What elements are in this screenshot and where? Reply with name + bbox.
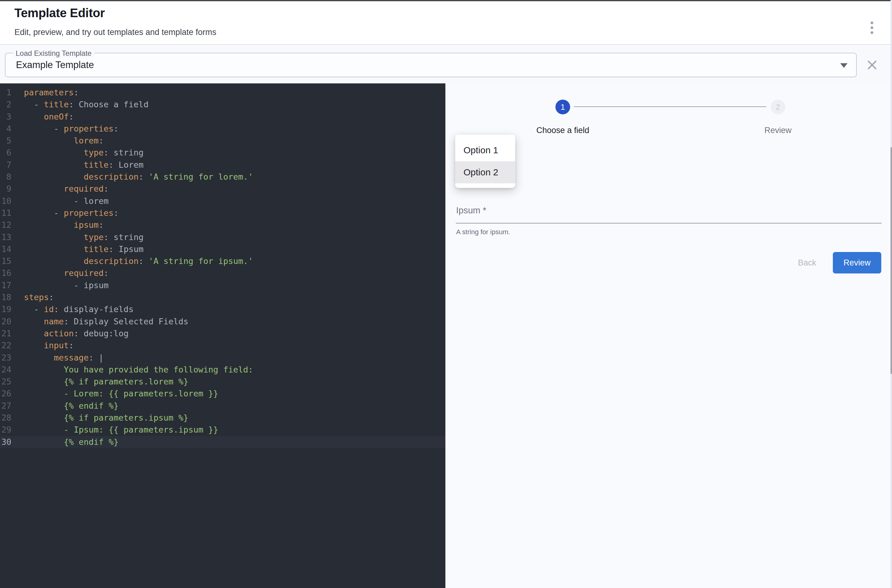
code-text: oneOf: [11, 111, 74, 123]
code-line[interactable]: 5 lorem: [0, 135, 445, 147]
code-text: - Lorem: {{ parameters.lorem }} [11, 387, 218, 399]
code-text: input: [11, 339, 74, 351]
stepper-step-2[interactable]: 2 [771, 100, 786, 114]
line-number: 24 [0, 364, 11, 375]
code-text: {% endif %} [11, 436, 118, 448]
close-icon [865, 58, 879, 72]
code-line[interactable]: 13 type: string [0, 231, 445, 243]
line-number: 1 [0, 87, 11, 98]
line-number: 11 [0, 207, 11, 219]
code-text: lorem: [11, 135, 103, 147]
line-number: 8 [0, 171, 11, 183]
code-text: - title: Choose a field [11, 98, 148, 110]
stepper-connector [574, 106, 766, 107]
clear-template-button[interactable] [865, 58, 879, 72]
code-line[interactable]: 23 message: | [0, 352, 445, 364]
code-text: - ipsum [11, 279, 108, 291]
code-line[interactable]: 8 description: 'A string for lorem.' [0, 171, 445, 183]
page-scrollbar-thumb[interactable] [891, 147, 892, 374]
line-number: 28 [0, 412, 11, 424]
code-line[interactable]: 2 - title: Choose a field [0, 98, 445, 110]
line-number: 25 [0, 375, 11, 387]
select-floating-label: Load Existing Template [13, 49, 94, 58]
code-line[interactable]: 6 type: string [0, 147, 445, 159]
code-line[interactable]: 21 action: debug:log [0, 327, 445, 339]
menu-item-option-2[interactable]: Option 2 [455, 161, 515, 183]
page-subtitle: Edit, preview, and try out templates and… [14, 28, 216, 37]
code-line[interactable]: 15 description: 'A string for ipsum.' [0, 255, 445, 267]
code-text: steps: [11, 291, 54, 303]
stepper-step-1[interactable]: 1 [555, 100, 570, 114]
code-line[interactable]: 7 title: Lorem [0, 159, 445, 171]
code-text: You have provided the following field: [11, 364, 253, 375]
code-line[interactable]: 14 title: Ipsum [0, 243, 445, 255]
code-text: {% endif %} [11, 400, 118, 412]
code-text: required: [11, 267, 108, 279]
code-text: message: | [11, 352, 103, 364]
line-number: 4 [0, 123, 11, 135]
code-text: - id: display-fields [11, 303, 133, 315]
code-line[interactable]: 25 {% if parameters.lorem %} [0, 375, 445, 387]
code-text: parameters: [11, 87, 79, 98]
ipsum-field-helper: A string for ipsum. [456, 228, 510, 236]
page-title: Template Editor [14, 6, 105, 20]
code-text: - properties: [11, 123, 118, 135]
line-number: 30 [0, 436, 11, 448]
yaml-editor[interactable]: 1parameters:2 - title: Choose a field3 o… [0, 83, 445, 588]
code-line[interactable]: 19 - id: display-fields [0, 303, 445, 315]
code-text: - lorem [11, 195, 108, 207]
back-button[interactable]: Back [791, 252, 823, 273]
code-text: required: [11, 183, 108, 195]
code-line[interactable]: 28 {% if parameters.ipsum %} [0, 412, 445, 424]
step-2-number: 2 [776, 102, 780, 112]
code-text: {% if parameters.ipsum %} [11, 412, 188, 424]
code-line[interactable]: 24 You have provided the following field… [0, 364, 445, 375]
code-text: description: 'A string for lorem.' [11, 171, 253, 183]
code-line[interactable]: 9 required: [0, 183, 445, 195]
form-preview-panel: 1 2 Choose a field Review Option 1 Optio… [445, 83, 892, 588]
chevron-down-icon [840, 63, 847, 68]
step-1-label: Choose a field [501, 126, 624, 135]
code-line[interactable]: 30 {% endif %} [0, 436, 445, 448]
options-dropdown-menu: Option 1 Option 2 [455, 135, 515, 188]
code-line[interactable]: 10 - lorem [0, 195, 445, 207]
code-line[interactable]: 3 oneOf: [0, 111, 445, 123]
select-value: Example Template [16, 60, 94, 70]
line-number: 29 [0, 424, 11, 436]
line-number: 21 [0, 327, 11, 339]
line-number: 22 [0, 339, 11, 351]
line-number: 20 [0, 315, 11, 327]
kebab-menu-icon[interactable] [865, 16, 879, 39]
line-number: 10 [0, 195, 11, 207]
ipsum-field-label: Ipsum * [456, 206, 486, 216]
code-line[interactable]: 4 - properties: [0, 123, 445, 135]
code-line[interactable]: 29 - Ipsum: {{ parameters.ipsum }} [0, 424, 445, 436]
code-line[interactable]: 11 - properties: [0, 207, 445, 219]
line-number: 15 [0, 255, 11, 267]
load-template-select[interactable]: Load Existing Template Example Template [5, 53, 857, 77]
code-line[interactable]: 27 {% endif %} [0, 400, 445, 412]
code-line[interactable]: 16 required: [0, 267, 445, 279]
code-text: - properties: [11, 207, 118, 219]
line-number: 19 [0, 303, 11, 315]
main-split: 1parameters:2 - title: Choose a field3 o… [0, 83, 892, 588]
code-line[interactable]: 26 - Lorem: {{ parameters.lorem }} [0, 387, 445, 399]
line-number: 9 [0, 183, 11, 195]
code-line[interactable]: 17 - ipsum [0, 279, 445, 291]
header: Template Editor Edit, preview, and try o… [0, 1, 892, 45]
code-line[interactable]: 1parameters: [0, 87, 445, 98]
code-line[interactable]: 20 name: Display Selected Fields [0, 315, 445, 327]
step-1-number: 1 [561, 102, 565, 112]
template-select-row: Load Existing Template Example Template [0, 45, 892, 83]
code-line[interactable]: 12 ipsum: [0, 219, 445, 231]
line-number: 3 [0, 111, 11, 123]
code-line[interactable]: 18steps: [0, 291, 445, 303]
code-line[interactable]: 22 input: [0, 339, 445, 351]
page-scrollbar-track[interactable] [891, 0, 892, 588]
code-text: - Ipsum: {{ parameters.ipsum }} [11, 424, 218, 436]
menu-item-option-1[interactable]: Option 1 [455, 139, 515, 161]
line-number: 18 [0, 291, 11, 303]
code-text: title: Lorem [11, 159, 144, 171]
ipsum-input[interactable] [456, 223, 882, 224]
review-button[interactable]: Review [833, 252, 881, 273]
